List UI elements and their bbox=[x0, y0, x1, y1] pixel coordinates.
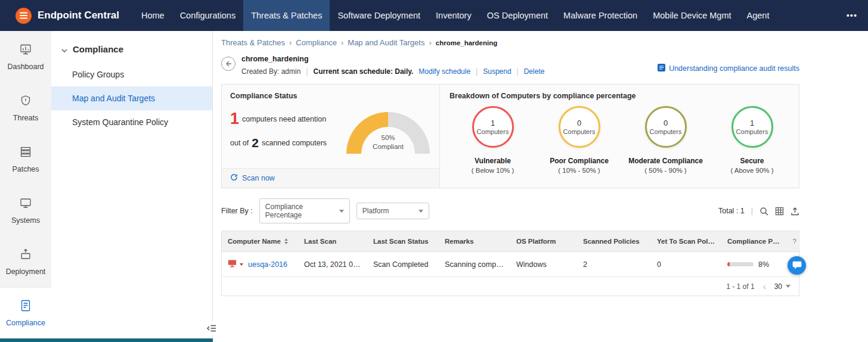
vulnerable-donut[interactable]: 1 Computers bbox=[472, 106, 514, 148]
nav-threats-and-patches[interactable]: Threats & Patches bbox=[243, 0, 330, 31]
search-icon[interactable] bbox=[760, 207, 768, 216]
column-grid-icon[interactable] bbox=[775, 207, 784, 216]
donut-range: ( Above 90% ) bbox=[730, 167, 773, 174]
gauge-caption-label: Compliant bbox=[346, 142, 430, 152]
cell-compliance-percentage: 8% bbox=[721, 252, 788, 277]
compliance-percentage-filter[interactable]: Compliance Percentage bbox=[259, 198, 350, 223]
sidebar-item-map-and-audit-targets[interactable]: Map and Audit Targets bbox=[51, 86, 212, 110]
breadcrumb-map-and-audit-targets[interactable]: Map and Audit Targets bbox=[348, 38, 424, 47]
chevron-down-icon bbox=[786, 285, 790, 288]
poor-compliance-donut[interactable]: 0 Computers bbox=[559, 106, 600, 148]
col-remarks[interactable]: Remarks bbox=[439, 231, 510, 252]
col-os-platform[interactable]: OS Platform bbox=[510, 231, 577, 252]
export-icon[interactable] bbox=[790, 207, 799, 216]
cell-last-scan-status: Scan Completed bbox=[367, 252, 439, 277]
col-compliance-percentage[interactable]: Compliance Percen... bbox=[721, 231, 788, 252]
brand-title: Endpoint Central bbox=[38, 10, 119, 21]
header-texts: chrome_hardening Created By: admin Curre… bbox=[241, 55, 544, 76]
created-by-label: Created By: admin bbox=[241, 67, 300, 76]
back-button[interactable] bbox=[221, 57, 235, 71]
patches-list-icon bbox=[19, 145, 32, 160]
help-doc-icon bbox=[658, 64, 665, 73]
platform-filter[interactable]: Platform bbox=[356, 203, 429, 219]
col-scanned-policies[interactable]: Scanned Policies bbox=[577, 231, 651, 252]
donut-label: Vulnerable bbox=[475, 157, 511, 165]
page-header: chrome_hardening Created By: admin Curre… bbox=[221, 55, 799, 76]
col-yet-to-scan-policies[interactable]: Yet To Scan Policies bbox=[651, 231, 721, 252]
compliance-progress-bar bbox=[727, 262, 754, 266]
endpoint-central-app: Endpoint Central Home Configurations Thr… bbox=[0, 0, 868, 342]
iconbar-patches[interactable]: Patches bbox=[0, 133, 51, 185]
cell-scanned-policies: 2 bbox=[577, 252, 651, 277]
compliance-status-section: Compliance Status 1 computers need atten… bbox=[222, 85, 440, 188]
gauge-text: 50% Compliant bbox=[346, 133, 430, 152]
iconbar-systems[interactable]: Systems bbox=[0, 185, 51, 236]
delete-link[interactable]: Delete bbox=[524, 67, 545, 76]
chat-widget-button[interactable] bbox=[788, 256, 806, 275]
nav-configurations[interactable]: Configurations bbox=[172, 0, 244, 31]
page-size-value: 30 bbox=[774, 282, 782, 291]
nav-os-deployment[interactable]: OS Deployment bbox=[479, 0, 556, 31]
modify-schedule-link[interactable]: Modify schedule bbox=[418, 67, 470, 76]
attention-count: 1 bbox=[230, 111, 239, 127]
iconbar-deployment[interactable]: Deployment bbox=[0, 236, 51, 287]
iconbar-threats[interactable]: Threats bbox=[0, 82, 51, 133]
nav-software-deployment[interactable]: Software Deployment bbox=[330, 0, 428, 31]
nav-home[interactable]: Home bbox=[134, 0, 172, 31]
targets-table: Computer Name Last Scan Last Scan Status… bbox=[221, 231, 799, 296]
scanned-line: out of 2 scanned computers bbox=[230, 136, 346, 149]
col-last-scan-status[interactable]: Last Scan Status bbox=[367, 231, 439, 252]
brand[interactable]: Endpoint Central bbox=[0, 0, 134, 31]
suspend-link[interactable]: Suspend bbox=[483, 67, 511, 76]
page-meta: Created By: admin Current scan schedule:… bbox=[241, 67, 544, 76]
sort-icon[interactable] bbox=[284, 238, 288, 244]
iconbar-compliance[interactable]: Compliance bbox=[0, 287, 51, 338]
compliance-status-title: Compliance Status bbox=[230, 92, 431, 100]
sidebar-item-policy-groups[interactable]: Policy Groups bbox=[51, 63, 212, 86]
secure-donut[interactable]: 1 Computers bbox=[731, 106, 773, 148]
nav-malware-protection[interactable]: Malware Protection bbox=[556, 0, 645, 31]
help-link-wrap: Understanding compliance audit results bbox=[658, 61, 799, 76]
column-help-icon[interactable]: ? bbox=[788, 231, 800, 252]
page-size-select[interactable]: 30 bbox=[774, 282, 790, 291]
sidebar-section-compliance[interactable]: Compliance bbox=[51, 44, 212, 54]
refresh-icon bbox=[230, 173, 238, 183]
breadcrumb: Threats & Patches Compliance Map and Aud… bbox=[221, 38, 799, 47]
pagination-prev-icon[interactable] bbox=[763, 282, 766, 291]
cell-yet-to-scan-policies: 0 bbox=[651, 252, 721, 277]
nav-inventory[interactable]: Inventory bbox=[428, 0, 479, 31]
breadcrumb-compliance[interactable]: Compliance bbox=[296, 38, 337, 47]
pagination-bar: 1 - 1 of 1 30 bbox=[222, 277, 799, 296]
divider bbox=[751, 207, 753, 215]
col-last-scan[interactable]: Last Scan bbox=[298, 231, 367, 252]
col-computer-name[interactable]: Computer Name bbox=[222, 231, 298, 252]
donut-label: Secure bbox=[740, 157, 764, 165]
donut-unit: Computers bbox=[650, 128, 682, 135]
donut-unit: Computers bbox=[477, 128, 509, 135]
status-texts: 1 computers need attention out of 2 scan… bbox=[230, 111, 346, 154]
scan-now-link[interactable]: Scan now bbox=[242, 174, 275, 182]
cell-computer-name: uesqa-2016 bbox=[222, 252, 298, 277]
row-actions-chevron-icon[interactable] bbox=[240, 263, 243, 266]
donut-count: 1 bbox=[750, 119, 754, 128]
compliance-breakdown-section: Breakdown of Computers by compliance per… bbox=[440, 85, 799, 188]
donut-label: Poor Compliance bbox=[550, 157, 609, 165]
sidebar-item-system-quarantine-policy[interactable]: System Quarantine Policy bbox=[51, 110, 212, 134]
collapse-sidebar-icon[interactable] bbox=[204, 322, 219, 335]
iconbar-label: Dashboard bbox=[7, 63, 44, 71]
systems-monitor-icon bbox=[19, 197, 32, 212]
computer-name-link[interactable]: uesqa-2016 bbox=[248, 260, 287, 269]
moderate-compliance-donut[interactable]: 0 Computers bbox=[645, 106, 687, 148]
nav-agent[interactable]: Agent bbox=[739, 0, 777, 31]
scanned-text: scanned computers bbox=[262, 139, 327, 147]
compliance-percent-value: 8% bbox=[758, 260, 769, 269]
understanding-compliance-results-link[interactable]: Understanding compliance audit results bbox=[669, 64, 799, 73]
breadcrumb-threats-and-patches[interactable]: Threats & Patches bbox=[221, 38, 285, 47]
iconbar-label: Compliance bbox=[6, 319, 45, 327]
scanned-count: 2 bbox=[252, 136, 259, 149]
breadcrumb-separator bbox=[289, 38, 292, 47]
iconbar-dashboard[interactable]: Dashboard bbox=[0, 31, 51, 82]
nav-mobile-device-mgmt[interactable]: Mobile Device Mgmt bbox=[645, 0, 739, 31]
nav-more-icon[interactable]: ••• bbox=[836, 0, 868, 31]
pagination-range: 1 - 1 of 1 bbox=[726, 282, 754, 291]
